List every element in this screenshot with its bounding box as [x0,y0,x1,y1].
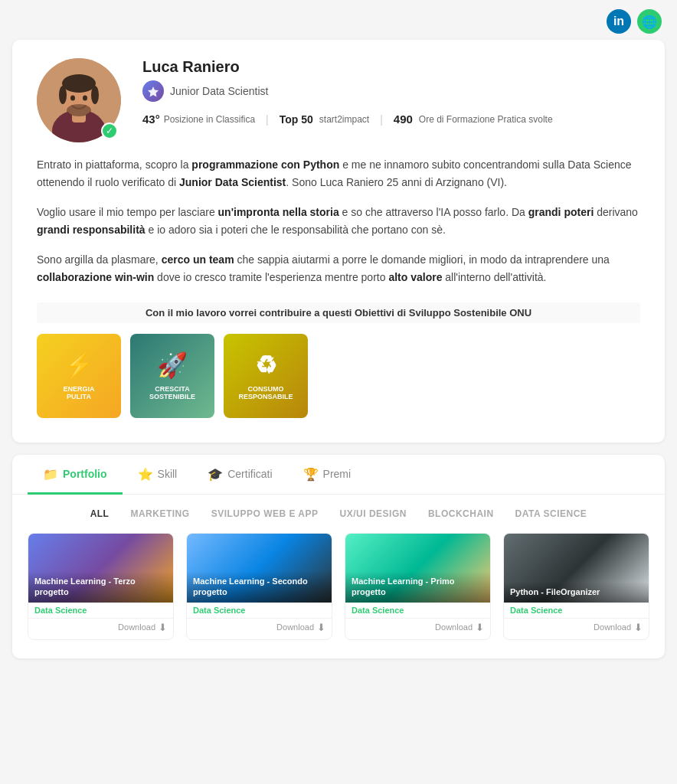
sdg-consumo-label: CONSUMORESPONSABILE [238,385,293,402]
linkedin-icon[interactable]: in [607,9,631,34]
sdg-card-energia: ⚡ ENERGIAPULITA [37,334,121,418]
sdg-card-crescita: 🚀 CRESCITASOSTENIBILE [130,334,214,418]
sdg-energia-label: ENERGIAPULITA [63,385,94,402]
verified-badge: ✓ [101,122,118,139]
hours-stat: 490 Ore di Formazione Pratica svolte [394,113,553,126]
filter-datascience[interactable]: DATA SCIENCE [512,507,590,521]
download-label-4: Download [594,622,631,632]
project-title-1: Machine Learning - Terzo progetto [34,576,167,598]
bio-section: Entrato in piattaforma, scopro la progra… [37,156,640,287]
sdg-cards: ⚡ ENERGIAPULITA 🚀 CRESCITASOSTENIBILE ♻ … [37,334,640,418]
profile-card: ✓ Luca Raniero Junior Data Scientist 43° [12,40,665,443]
portfolio-card-1[interactable]: Machine Learning - Terzo progetto Data S… [28,533,174,640]
sdg-crescita-icon: 🚀 [157,350,188,382]
project-title-4: Python - FileOrganizer [510,586,643,597]
svg-point-9 [67,104,91,116]
profile-name: Luca Raniero [142,58,640,76]
svg-point-6 [91,86,99,104]
premi-tab-icon: 🏆 [303,467,319,482]
filter-row: ALL MARKETING SVILUPPO WEB E APP UX/UI D… [12,495,665,527]
filter-uxui[interactable]: UX/UI DESIGN [337,507,410,521]
role-icon [142,80,164,102]
portfolio-card-3[interactable]: Machine Learning - Primo progetto Data S… [345,533,491,640]
filter-all[interactable]: ALL [87,507,113,521]
portfolio-thumb-4: Python - FileOrganizer [504,534,649,603]
download-row-1: Download ⬇ [28,618,173,639]
tab-certificati[interactable]: 🎓 Certificati [192,455,287,495]
sdg-energia-icon: ⚡ [64,350,94,382]
download-icon-2[interactable]: ⬇ [317,622,325,633]
download-label-2: Download [276,622,314,632]
profile-info: Luca Raniero Junior Data Scientist 43° P… [142,58,640,126]
project-tag-2: Data Science [187,603,332,618]
tab-premi-label: Premi [323,468,352,480]
download-icon-1[interactable]: ⬇ [159,622,167,633]
download-row-2: Download ⬇ [187,618,332,639]
svg-point-5 [59,86,67,104]
sdg-title: Con il mio lavoro vorrei contribuire a q… [37,302,640,323]
tab-skill[interactable]: ⭐ Skill [123,455,193,495]
role-badge: Junior Data Scientist [142,80,640,102]
sdg-crescita-label: CRESCITASOSTENIBILE [149,385,195,402]
sdg-card-consumo: ♻ CONSUMORESPONSABILE [224,334,308,418]
stats-row: 43° Posizione in Classifica | Top 50 sta… [142,113,640,126]
svg-marker-10 [148,87,159,97]
top-stat: Top 50 start2impact [280,113,369,126]
portfolio-thumb-1: Machine Learning - Terzo progetto [28,534,173,603]
tab-portfolio[interactable]: 📁 Portfolio [28,455,123,495]
project-tag-4: Data Science [504,603,649,618]
tab-premi[interactable]: 🏆 Premi [288,455,367,495]
bio-para-1: Entrato in piattaforma, scopro la progra… [37,156,640,191]
tab-portfolio-label: Portfolio [63,468,107,480]
tabs-header: 📁 Portfolio ⭐ Skill 🎓 Certificati 🏆 Prem… [12,455,665,495]
project-title-2: Machine Learning - Secondo progetto [193,576,325,598]
portfolio-tab-icon: 📁 [43,467,58,482]
download-label-1: Download [118,622,155,632]
certificati-tab-icon: 🎓 [208,467,223,482]
skill-tab-icon: ⭐ [138,467,153,482]
bio-para-3: Sono argilla da plasmare, cerco un team … [37,251,640,286]
download-row-3: Download ⬇ [345,618,490,639]
project-title-3: Machine Learning - Primo progetto [352,576,484,598]
portfolio-thumb-3: Machine Learning - Primo progetto [345,534,490,603]
stat-divider-2: | [380,113,383,126]
portfolio-thumb-2: Machine Learning - Secondo progetto [187,534,332,603]
project-tag-3: Data Science [345,603,490,618]
download-icon-3[interactable]: ⬇ [476,622,484,633]
portfolio-card-4[interactable]: Python - FileOrganizer Data Science Down… [503,533,649,640]
tab-skill-label: Skill [158,468,178,480]
role-text: Junior Data Scientist [170,85,268,97]
sdg-section: Con il mio lavoro vorrei contribuire a q… [37,302,640,418]
svg-point-8 [83,96,87,101]
portfolio-grid: Machine Learning - Terzo progetto Data S… [12,527,665,658]
bio-para-2: Voglio usare il mio tempo per lasciare u… [37,204,640,239]
tabs-card: 📁 Portfolio ⭐ Skill 🎓 Certificati 🏆 Prem… [12,455,665,658]
filter-sviluppo[interactable]: SVILUPPO WEB E APP [208,507,322,521]
project-tag-1: Data Science [28,603,173,618]
filter-blockchain[interactable]: BLOCKCHAIN [425,507,497,521]
download-icon-4[interactable]: ⬇ [634,622,643,633]
svg-point-7 [70,96,75,101]
filter-marketing[interactable]: MARKETING [127,507,192,521]
rank-stat: 43° Posizione in Classifica [142,113,255,126]
portfolio-card-2[interactable]: Machine Learning - Secondo progetto Data… [186,533,332,640]
download-label-3: Download [435,622,473,632]
tab-certificati-label: Certificati [227,468,272,480]
globe-icon[interactable]: 🌐 [637,9,662,34]
sdg-consumo-icon: ♻ [255,350,277,382]
download-row-4: Download ⬇ [504,618,649,639]
stat-divider-1: | [266,113,269,126]
avatar-container: ✓ [37,58,121,142]
svg-point-4 [62,74,96,93]
